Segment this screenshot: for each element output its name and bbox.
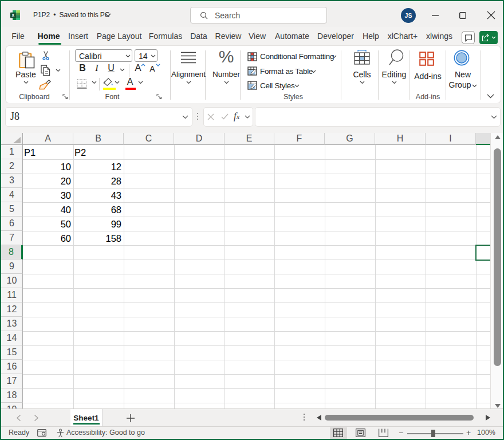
svg-text:x: x [11,13,14,18]
